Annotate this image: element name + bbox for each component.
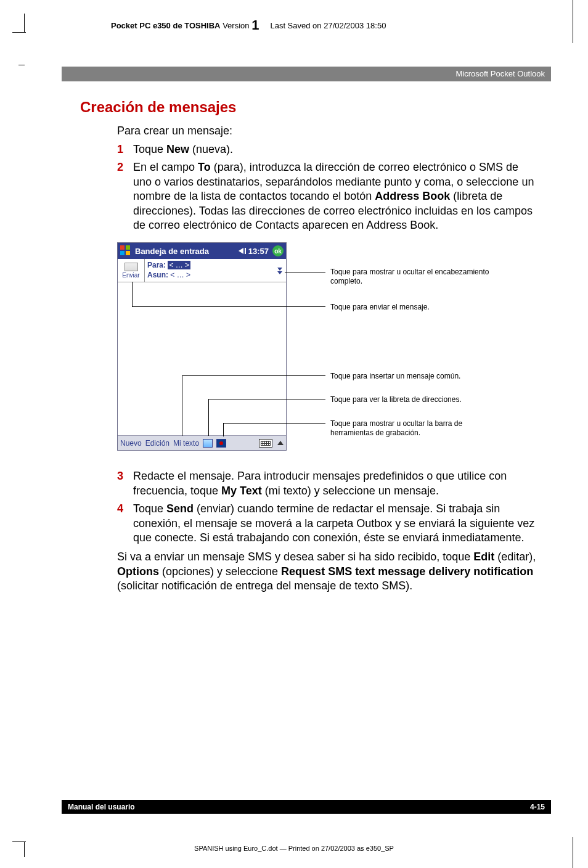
field-value: < … >: [170, 271, 190, 279]
page: Pocket PC e350 de TOSHIBA Version 1 Last…: [0, 0, 588, 868]
steps-list-cont: 3 Redacte el mensaje. Para introducir me…: [117, 469, 539, 545]
running-head: Pocket PC e350 de TOSHIBA Version 1 Last…: [111, 17, 386, 33]
section-bar: Microsoft Pocket Outlook: [62, 67, 551, 81]
menu-mitexto[interactable]: Mi texto: [173, 439, 199, 448]
callout-line: [132, 282, 133, 306]
text: (mi texto) y seleccione un mensaje.: [262, 485, 439, 497]
callout-line: [208, 399, 209, 436]
to-field[interactable]: Para: < … >: [147, 260, 271, 270]
bold: My Text: [221, 485, 262, 497]
subject-field[interactable]: Asun: < … >: [147, 270, 271, 280]
callout-line: [223, 423, 224, 436]
footer-bar: Manual del usuario 4-15: [62, 800, 551, 814]
version-label: Version: [223, 21, 249, 30]
field-label: Asun:: [147, 271, 168, 279]
speaker-icon: [245, 248, 246, 254]
step-number: 1: [117, 142, 123, 157]
step-3: 3 Redacte el mensaje. Para introducir me…: [117, 469, 539, 498]
text: Toque para mostrar u ocultar la barra de: [330, 419, 462, 428]
menu-nuevo[interactable]: Nuevo: [120, 439, 142, 448]
callout-line: [182, 375, 325, 376]
bold: To: [198, 161, 211, 173]
canned-messages-icon[interactable]: [203, 439, 213, 448]
closing-paragraph: Si va a enviar un mensaje SMS y desea sa…: [117, 550, 539, 593]
footer-left: Manual del usuario: [68, 803, 135, 811]
crop-mark: [12, 841, 26, 842]
callout-line: [132, 306, 325, 307]
callout-address-book: Toque para ver la libreta de direcciones…: [330, 395, 503, 404]
crop-mark: [18, 14, 25, 32]
windows-logo-icon[interactable]: [120, 245, 131, 256]
crop-mark: [573, 0, 573, 43]
text: (editar),: [494, 551, 536, 563]
chevron-down-icon: [277, 266, 282, 274]
keyboard-icon[interactable]: [259, 439, 272, 448]
send-label: Enviar: [122, 272, 139, 279]
callout-line: [285, 272, 325, 272]
envelope-icon: [125, 263, 138, 271]
footer-page-number: 4-15: [530, 803, 545, 811]
field-label: Para:: [147, 261, 166, 269]
window-title: Bandeja de entrada: [135, 247, 209, 256]
text: (nueva).: [189, 143, 233, 155]
bold: Options: [117, 565, 159, 578]
device-screenshot: Bandeja de entrada 13:57 ok Enviar Para:: [117, 242, 287, 451]
callout-my-text: Toque para insertar un mensaje común.: [330, 372, 503, 381]
text: En el campo: [133, 161, 198, 173]
bold: Address Book: [375, 190, 450, 202]
step-2: 2 En el campo To (para), introduzca la d…: [117, 160, 539, 232]
clock: 13:57: [248, 247, 269, 256]
callout-line: [208, 399, 325, 399]
text: (opciones) y seleccione: [159, 565, 281, 578]
figure: Bandeja de entrada 13:57 ok Enviar Para:: [117, 242, 512, 458]
callout-line: [223, 423, 325, 424]
text: Si va a enviar un mensaje SMS y desea sa…: [117, 551, 473, 563]
last-saved: Last Saved on 27/02/2003 18:50: [270, 21, 386, 30]
expand-header-button[interactable]: [274, 259, 286, 282]
callout-line: [182, 375, 182, 436]
speaker-icon[interactable]: [239, 248, 243, 254]
callout-send: Toque para enviar el mensaje.: [330, 303, 503, 312]
text: Toque: [133, 502, 166, 515]
up-arrow-icon[interactable]: [277, 441, 284, 445]
compose-header: Enviar Para: < … > Asun: < … >: [118, 259, 286, 282]
step-number: 2: [117, 160, 123, 174]
header-fields: Para: < … > Asun: < … >: [145, 259, 274, 282]
callout-record-bar: Toque para mostrar u ocultar la barra de…: [330, 419, 503, 438]
steps-list: 1 Toque New (nueva). 2 En el campo To (p…: [117, 142, 539, 232]
crop-mark: [12, 32, 26, 33]
step-number: 3: [117, 469, 123, 483]
step-1: 1 Toque New (nueva).: [117, 142, 539, 157]
crop-mark: [573, 837, 573, 868]
bold: New: [166, 143, 189, 155]
send-button[interactable]: Enviar: [118, 259, 145, 282]
field-value: < … >: [168, 261, 190, 269]
menu-edicion[interactable]: Edición: [145, 439, 169, 448]
step-4: 4 Toque Send (enviar) cuando termine de …: [117, 502, 539, 545]
bold: Edit: [473, 551, 494, 563]
text: Toque: [133, 143, 166, 155]
intro-text: Para crear un mensaje:: [117, 125, 539, 137]
titlebar: Bandeja de entrada 13:57 ok: [118, 243, 286, 259]
text: herramientas de grabación.: [330, 428, 420, 437]
step-number: 4: [117, 502, 123, 516]
bottom-toolbar: Nuevo Edición Mi texto: [118, 435, 286, 450]
text: (solicitar notificación de entrega del m…: [117, 579, 412, 592]
crop-mark: [18, 65, 25, 65]
callout-expand-header: Toque para mostrar u ocultar el encabeza…: [330, 268, 515, 286]
bold: Send: [166, 502, 194, 515]
page-title: Creación de mensajes: [80, 99, 539, 116]
content: Creación de mensajes Para crear un mensa…: [80, 99, 539, 593]
record-icon[interactable]: [216, 439, 226, 448]
text: (enviar) cuando termine de redactar el m…: [133, 502, 534, 544]
bold: Request SMS text message delivery notifi…: [281, 565, 533, 578]
ok-button[interactable]: ok: [272, 245, 284, 256]
product-name: Pocket PC e350 de TOSHIBA: [111, 21, 221, 30]
version-number: 1: [251, 17, 259, 33]
print-footer: SPANISH using Euro_C.dot — Printed on 27…: [0, 845, 588, 852]
message-body[interactable]: [118, 282, 286, 436]
